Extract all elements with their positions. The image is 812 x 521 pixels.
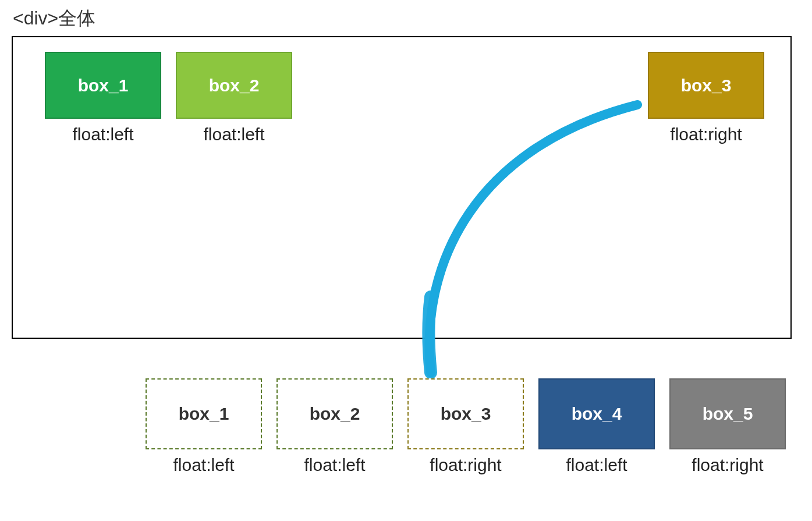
bottom-box-3-label: box_3 [441,404,491,424]
top-box-group-2: box_2 float:left [176,52,292,144]
bottom-box-3-caption: float:right [407,455,524,475]
bottom-box-2-label: box_2 [310,404,360,424]
bottom-box-3: box_3 [407,378,524,449]
diagram-title: <div>全体 [13,6,800,31]
box-3-caption: float:right [648,125,764,144]
outer-div-container: box_1 float:left box_2 float:left box_3 … [12,36,792,339]
bottom-box-3-group: box_3 float:right [407,378,524,475]
box-2-caption: float:left [176,125,292,144]
box-2: box_2 [176,52,292,119]
bottom-box-1: box_1 [146,378,262,449]
box-3-label: box_3 [681,76,732,95]
bottom-box-2: box_2 [276,378,393,449]
box-1: box_1 [45,52,161,119]
box-1-caption: float:left [45,125,161,144]
bottom-box-1-caption: float:left [146,455,262,475]
bottom-box-4-caption: float:left [538,455,655,475]
bottom-box-2-caption: float:left [276,455,393,475]
bottom-box-5-label: box_5 [703,404,753,424]
bottom-box-2-group: box_2 float:left [276,378,393,475]
box-2-label: box_2 [209,76,260,95]
bottom-box-5-caption: float:right [669,455,786,475]
top-box-group-1: box_1 float:left [45,52,161,144]
bottom-box-1-label: box_1 [179,404,229,424]
bottom-box-1-group: box_1 float:left [146,378,262,475]
bottom-box-5-group: box_5 float:right [669,378,786,475]
top-box-group-3: box_3 float:right [648,52,764,144]
bottom-box-4-label: box_4 [572,404,622,424]
box-3: box_3 [648,52,764,119]
bottom-box-4: box_4 [538,378,655,449]
bottom-box-4-group: box_4 float:left [538,378,655,475]
bottom-box-5: box_5 [669,378,786,449]
box-1-label: box_1 [78,76,129,95]
bottom-row: box_1 float:left box_2 float:left box_3 … [12,378,792,475]
